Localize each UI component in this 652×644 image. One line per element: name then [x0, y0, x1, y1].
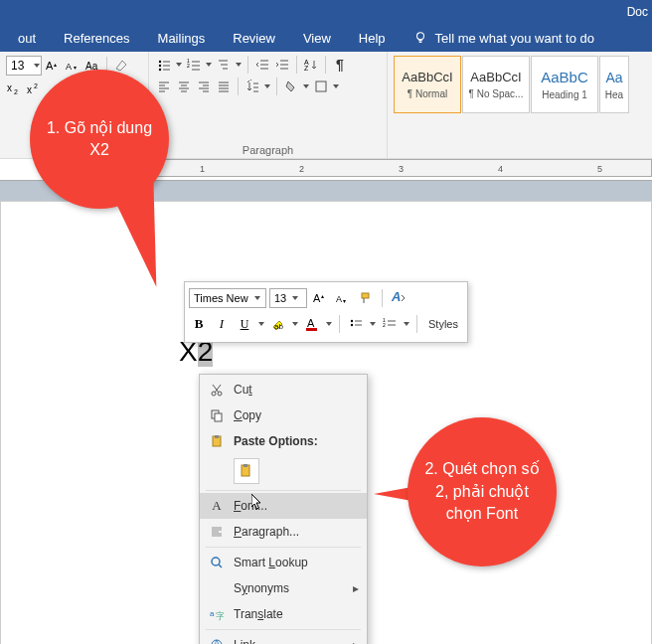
- svg-text:x: x: [7, 82, 12, 93]
- borders-icon[interactable]: [312, 78, 330, 95]
- document-title: Doc: [627, 5, 648, 19]
- tellme-label: Tell me what you want to do: [435, 31, 594, 46]
- svg-text:A: A: [307, 317, 315, 329]
- sort-icon[interactable]: AZ: [302, 56, 320, 74]
- svg-point-0: [416, 33, 423, 40]
- style-normal[interactable]: AaBbCcI ¶ Normal: [394, 56, 461, 113]
- cm-copy[interactable]: Copy: [200, 402, 367, 428]
- dropdown-icon[interactable]: [291, 315, 299, 333]
- menubar: out References Mailings Review View Help…: [0, 24, 652, 52]
- separator: [247, 56, 248, 74]
- svg-rect-26: [306, 328, 317, 331]
- copy-icon: [208, 408, 226, 422]
- tellme-search[interactable]: Tell me what you want to do: [400, 31, 608, 46]
- separator: [296, 56, 297, 74]
- dropdown-icon[interactable]: [257, 315, 265, 333]
- style-heading2[interactable]: Aa Hea: [599, 56, 629, 113]
- svg-rect-36: [215, 435, 219, 438]
- cm-link[interactable]: Link ▸: [200, 632, 367, 644]
- justify-icon[interactable]: [215, 78, 233, 95]
- numbering-icon[interactable]: 12: [380, 314, 400, 334]
- dropdown-icon[interactable]: [403, 315, 410, 333]
- tab-help[interactable]: Help: [345, 31, 400, 46]
- svg-text:A: A: [391, 289, 401, 304]
- cm-translate[interactable]: a字 Translate: [200, 601, 367, 627]
- dropdown-icon[interactable]: [175, 56, 183, 74]
- cm-cut[interactable]: Cut: [200, 377, 367, 402]
- format-painter-icon[interactable]: [356, 288, 376, 308]
- font-icon: A: [208, 498, 226, 514]
- cm-synonyms[interactable]: Synonyms ▸: [200, 575, 367, 601]
- mouse-cursor-icon: [251, 494, 263, 512]
- dropdown-icon[interactable]: [302, 78, 310, 95]
- bullets-icon[interactable]: [346, 314, 366, 334]
- paste-keep-source-icon[interactable]: [234, 458, 259, 484]
- font-color-styles-icon[interactable]: A: [389, 288, 408, 308]
- dropdown-icon[interactable]: [332, 78, 340, 95]
- line-spacing-icon[interactable]: [244, 78, 261, 95]
- mini-styles-button[interactable]: Styles: [423, 312, 463, 336]
- svg-text:▾: ▾: [343, 298, 346, 304]
- numbering-icon[interactable]: 12: [185, 56, 203, 74]
- multilevel-list-icon[interactable]: [215, 56, 233, 74]
- cm-paragraph[interactable]: Paragraph...: [200, 519, 367, 545]
- svg-text:Z: Z: [304, 65, 309, 72]
- svg-text:2: 2: [187, 63, 190, 69]
- dropdown-icon[interactable]: [235, 56, 243, 74]
- dropdown-icon[interactable]: [369, 315, 377, 333]
- cm-paste-header: Paste Options:: [200, 428, 367, 454]
- separator: [206, 629, 361, 630]
- mini-toolbar: Times New 13 A▴ A▾ A B I U ab A 12 Style…: [184, 281, 468, 343]
- dropdown-icon[interactable]: [263, 78, 271, 95]
- dropdown-icon[interactable]: [205, 56, 213, 74]
- style-no-spacing[interactable]: AaBbCcI ¶ No Spac...: [462, 56, 530, 113]
- paste-icon: [208, 434, 226, 448]
- underline-button[interactable]: U: [235, 314, 254, 334]
- svg-text:字: 字: [216, 611, 224, 621]
- paragraph-group-label: Paragraph: [155, 142, 381, 156]
- paragraph-icon: [208, 525, 226, 539]
- dropdown-icon[interactable]: [325, 315, 333, 333]
- highlight-icon[interactable]: ab: [268, 314, 288, 334]
- separator: [206, 490, 361, 491]
- tab-view[interactable]: View: [289, 31, 345, 46]
- lookup-icon: [208, 556, 226, 569]
- bold-button[interactable]: B: [189, 314, 209, 334]
- font-color-icon[interactable]: A: [302, 314, 322, 334]
- italic-button[interactable]: I: [212, 314, 232, 334]
- separator: [416, 315, 417, 333]
- align-center-icon[interactable]: [175, 78, 193, 95]
- show-marks-icon[interactable]: ¶: [331, 56, 349, 74]
- mini-font-size[interactable]: 13: [269, 288, 307, 308]
- mini-font-name[interactable]: Times New: [189, 288, 266, 308]
- svg-text:2: 2: [14, 88, 18, 95]
- svg-text:▴: ▴: [321, 293, 324, 299]
- increase-indent-icon[interactable]: [273, 56, 291, 74]
- tab-layout[interactable]: out: [4, 31, 50, 46]
- shrink-font-icon[interactable]: A▾: [333, 288, 353, 308]
- style-heading1[interactable]: AaBbC Heading 1: [531, 56, 598, 113]
- svg-text:a: a: [210, 609, 215, 618]
- cm-paste-options: [200, 454, 367, 488]
- separator: [339, 315, 340, 333]
- separator: [325, 56, 326, 74]
- context-menu: Cut Copy Paste Options: A Font... Paragr…: [199, 374, 368, 644]
- shading-icon[interactable]: [282, 78, 300, 95]
- cm-smart-lookup[interactable]: Smart Lookup: [200, 550, 367, 575]
- decrease-indent-icon[interactable]: [253, 56, 271, 74]
- subscript-icon[interactable]: x2: [6, 80, 24, 97]
- svg-text:A: A: [313, 292, 321, 304]
- tab-references[interactable]: References: [50, 31, 143, 46]
- align-right-icon[interactable]: [195, 78, 213, 95]
- tab-review[interactable]: Review: [219, 31, 289, 46]
- svg-text:2: 2: [383, 322, 386, 328]
- tab-mailings[interactable]: Mailings: [144, 31, 220, 46]
- cm-font[interactable]: A Font...: [200, 493, 367, 519]
- svg-text:ab: ab: [274, 322, 283, 331]
- grow-font-icon[interactable]: A▴: [310, 288, 330, 308]
- ribbon-group-styles: AaBbCcI ¶ Normal AaBbCcI ¶ No Spac... Aa…: [388, 52, 652, 158]
- separator: [238, 78, 239, 95]
- ribbon-group-paragraph: 12 AZ ¶ Paragraph: [149, 52, 388, 158]
- svg-text:A: A: [336, 294, 342, 304]
- svg-text:▴: ▴: [54, 62, 57, 68]
